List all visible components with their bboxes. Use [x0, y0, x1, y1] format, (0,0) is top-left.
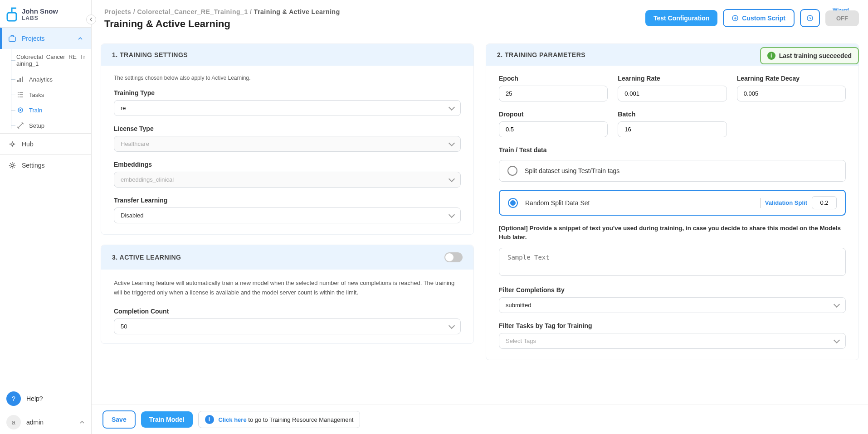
svg-rect-0 [7, 13, 16, 21]
completion-count-label: Completion Count [114, 308, 461, 315]
validation-split-label: Validation Split [765, 199, 807, 206]
split-option-random[interactable]: Random Split Data Set Validation Split [499, 190, 846, 216]
filter-tags-select[interactable]: Select Tags [499, 333, 846, 349]
save-button[interactable]: Save [102, 410, 136, 429]
chevron-down-icon [449, 323, 455, 329]
transfer-learning-select[interactable]: Disabled [114, 207, 461, 223]
epoch-input[interactable] [499, 86, 608, 101]
custom-script-button[interactable]: Custom Script [723, 9, 795, 27]
footer-hint-link[interactable]: Click here [219, 416, 247, 423]
optional-hint: [Optional] Provide a snippet of text you… [499, 224, 846, 242]
gear-icon [8, 161, 16, 169]
wrench-icon [16, 121, 24, 130]
logo-text-1: John Snow [22, 8, 58, 15]
sidebar-project-name: Colorectal_Cancer_RE_Training_1 [16, 53, 87, 67]
sidebar-projects-label: Projects [22, 35, 45, 42]
sidebar-tasks-label: Tasks [29, 92, 44, 98]
active-learning-desc: Active Learning feature will automatical… [114, 279, 461, 298]
sidebar-setup-label: Setup [29, 122, 44, 129]
chevron-left-icon [89, 17, 93, 22]
logo-text-2: LABS [22, 15, 58, 21]
user-menu[interactable]: a admin [0, 410, 91, 434]
help-label: Help? [26, 395, 43, 402]
sidebar-projects[interactable]: Projects [0, 28, 91, 49]
sidebar-settings-label: Settings [22, 162, 45, 169]
chevron-up-icon [78, 36, 83, 41]
split-option1-label: Split dataset using Test/Train tags [525, 167, 619, 174]
sidebar-train-label: Train [29, 107, 42, 114]
training-settings-header: 1. TRAINING SETTINGS [101, 44, 473, 66]
lrd-label: Learning Rate Decay [737, 75, 846, 82]
completion-count-select[interactable]: 50 [114, 318, 461, 334]
help-button[interactable]: ? Help? [0, 387, 91, 410]
chevron-down-icon [834, 301, 840, 307]
radio-icon [508, 198, 518, 208]
svg-rect-4 [22, 77, 23, 82]
svg-rect-2 [17, 80, 19, 82]
train-test-label: Train / Test data [499, 146, 846, 154]
svg-rect-3 [20, 78, 21, 82]
lrd-input[interactable] [737, 86, 846, 101]
history-button[interactable] [800, 9, 820, 27]
lr-input[interactable] [618, 86, 727, 101]
sidebar-setup[interactable]: Setup [8, 118, 91, 133]
crumb-project[interactable]: Colorectal_Cancer_RE_Training_1 [137, 8, 248, 15]
success-icon: i [767, 52, 775, 60]
split-option2-label: Random Split Data Set [525, 199, 590, 207]
license-type-label: License Type [114, 125, 461, 132]
license-type-select[interactable]: Healthcare [114, 136, 461, 152]
sidebar-tasks[interactable]: Tasks [8, 87, 91, 102]
sample-text-input[interactable] [499, 248, 846, 276]
filter-completions-select[interactable]: submitted [499, 297, 846, 313]
svg-point-8 [11, 164, 13, 166]
dropout-label: Dropout [499, 111, 608, 118]
embeddings-label: Embeddings [114, 161, 461, 168]
chevron-down-icon [449, 140, 455, 146]
embeddings-value: embeddings_clinical [121, 176, 174, 183]
sidebar-analytics-label: Analytics [29, 76, 53, 83]
sidebar-analytics[interactable]: Analytics [8, 72, 91, 87]
embeddings-select[interactable]: embeddings_clinical [114, 172, 461, 188]
radio-icon [507, 166, 517, 176]
batch-label: Batch [618, 111, 727, 118]
sidebar-train[interactable]: Train [8, 102, 91, 118]
svg-point-6 [20, 109, 21, 111]
active-learning-title: 3. ACTIVE LEARNING [112, 254, 181, 261]
train-model-button[interactable]: Train Model [141, 411, 193, 428]
footer-hint-text: to go to Training Resource Management [247, 416, 354, 423]
footer-hint: i Click here to go to Training Resource … [198, 411, 361, 428]
chevron-down-icon [834, 337, 840, 343]
validation-split-input[interactable] [812, 196, 837, 209]
tasks-icon [16, 91, 24, 99]
sidebar-project-link[interactable]: Colorectal_Cancer_RE_Training_1 [8, 49, 91, 72]
info-icon: i [205, 415, 214, 424]
logo-icon [5, 6, 19, 23]
sidebar-hub[interactable]: Hub [0, 133, 91, 154]
training-type-select[interactable]: re [114, 100, 461, 116]
divider [760, 198, 761, 208]
plus-circle-icon [732, 15, 738, 21]
training-status: i Last training succeeded [760, 47, 859, 64]
help-icon: ? [6, 391, 21, 406]
avatar: a [6, 415, 21, 429]
transfer-learning-value: Disabled [121, 212, 144, 219]
batch-input[interactable] [618, 121, 727, 137]
custom-script-label: Custom Script [742, 14, 785, 22]
chevron-down-icon [449, 104, 455, 111]
collapse-sidebar-button[interactable] [86, 14, 96, 24]
training-status-text: Last training succeeded [779, 52, 852, 59]
dropout-input[interactable] [499, 121, 608, 137]
test-configuration-button[interactable]: Test Configuration [645, 10, 717, 26]
analytics-icon [16, 75, 24, 83]
sidebar-settings[interactable]: Settings [0, 154, 91, 176]
filter-completions-value: submitted [506, 302, 531, 309]
user-name: admin [26, 419, 44, 426]
logo: John Snow LABS [0, 0, 91, 27]
wizard-toggle[interactable]: OFF [825, 10, 859, 26]
split-option-tags[interactable]: Split dataset using Test/Train tags [499, 160, 846, 182]
transfer-learning-label: Transfer Learning [114, 197, 461, 204]
epoch-label: Epoch [499, 75, 608, 82]
active-learning-toggle[interactable] [444, 252, 463, 262]
crumb-projects[interactable]: Projects [104, 8, 131, 15]
hub-icon [8, 140, 16, 148]
